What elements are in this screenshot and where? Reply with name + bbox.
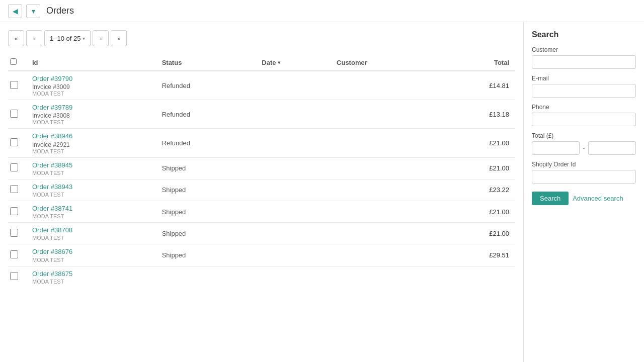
header: ◀ ▾ Orders	[0, 0, 644, 22]
row-id-cell: Order #38676MODA TEST	[26, 244, 156, 266]
row-checkbox[interactable]	[10, 250, 18, 258]
row-checkbox-cell	[8, 223, 26, 244]
order-link[interactable]: Order #38741	[32, 204, 150, 213]
table-row: Order #38741MODA TESTShipped£21.00	[8, 201, 515, 222]
store-text: MODA TEST	[32, 279, 150, 285]
last-page-button[interactable]: »	[111, 30, 127, 46]
row-customer-cell	[331, 179, 436, 201]
total-label: Total (£)	[532, 132, 636, 139]
row-id-cell: Order #38708MODA TEST	[26, 223, 156, 244]
dropdown-button[interactable]: ▾	[26, 4, 40, 18]
shopify-input[interactable]	[532, 170, 636, 184]
first-page-button[interactable]: «	[8, 30, 24, 46]
page-range[interactable]: 1–10 of 25 ▾	[44, 30, 91, 46]
row-status-cell: Shipped	[156, 201, 256, 222]
order-link[interactable]: Order #38943	[32, 183, 150, 192]
row-checkbox-cell	[8, 266, 26, 288]
store-text: MODA TEST	[32, 148, 150, 154]
page-title: Orders	[46, 6, 74, 16]
store-text: MODA TEST	[32, 90, 150, 97]
order-link[interactable]: Order #38675	[32, 269, 150, 279]
invoice-text: Invoice #2921	[32, 141, 150, 148]
row-total-cell: £13.18	[436, 100, 515, 129]
row-total-cell: £14.81	[436, 71, 515, 100]
col-header-total: Total	[436, 54, 515, 71]
total-from-input[interactable]	[532, 141, 580, 155]
row-date-cell	[256, 244, 331, 266]
row-id-cell: Order #38675MODA TEST	[26, 266, 156, 288]
table-row: Order #38676MODA TESTShipped£29.51	[8, 244, 515, 266]
next-page-button[interactable]: ›	[93, 30, 109, 46]
select-all-checkbox[interactable]	[10, 58, 17, 65]
advanced-search-button[interactable]: Advanced search	[573, 195, 623, 202]
pagination-bar: « ‹ 1–10 of 25 ▾ › »	[8, 30, 515, 46]
row-status-cell: Shipped	[156, 179, 256, 201]
search-button[interactable]: Search	[532, 192, 569, 205]
table-row: Order #38946Invoice #2921MODA TESTRefund…	[8, 129, 515, 157]
orders-table: Id Status Date ▾ Customer Total Order #3…	[8, 54, 515, 288]
prev-page-button[interactable]: ‹	[26, 30, 42, 46]
row-checkbox-cell	[8, 71, 26, 100]
row-status-cell: Refunded	[156, 100, 256, 129]
back-icon: ◀	[13, 7, 18, 15]
table-row: Order #39790Invoice #3009MODA TESTRefund…	[8, 71, 515, 100]
order-link[interactable]: Order #39790	[32, 74, 150, 83]
order-link[interactable]: Order #38946	[32, 132, 150, 141]
store-text: MODA TEST	[32, 170, 150, 176]
row-checkbox[interactable]	[10, 272, 18, 280]
row-checkbox[interactable]	[10, 138, 18, 146]
row-customer-cell	[331, 129, 436, 157]
row-date-cell	[256, 223, 331, 244]
customer-input[interactable]	[532, 55, 636, 69]
order-link[interactable]: Order #38945	[32, 161, 150, 170]
phone-input[interactable]	[532, 113, 636, 126]
total-to-input[interactable]	[588, 141, 636, 155]
row-checkbox[interactable]	[10, 163, 18, 171]
row-status-cell: Refunded	[156, 71, 256, 100]
table-row: Order #38708MODA TESTShipped£21.00	[8, 223, 515, 244]
row-checkbox[interactable]	[10, 229, 18, 237]
shopify-label: Shopify Order Id	[532, 161, 636, 168]
email-label: E-mail	[532, 75, 636, 82]
col-header-id: Id	[26, 54, 156, 71]
row-status-cell: Shipped	[156, 157, 256, 179]
row-checkbox-cell	[8, 129, 26, 157]
range-separator: -	[583, 144, 585, 152]
row-customer-cell	[331, 266, 436, 288]
row-checkbox[interactable]	[10, 207, 18, 215]
order-link[interactable]: Order #39789	[32, 103, 150, 112]
row-checkbox-cell	[8, 157, 26, 179]
order-link[interactable]: Order #38708	[32, 226, 150, 235]
row-status-cell	[156, 266, 256, 288]
row-checkbox-cell	[8, 244, 26, 266]
row-customer-cell	[331, 157, 436, 179]
store-text: MODA TEST	[32, 257, 150, 263]
invoice-text: Invoice #3009	[32, 83, 150, 90]
row-total-cell: £29.51	[436, 244, 515, 266]
email-field-group: E-mail	[532, 75, 636, 98]
row-id-cell: Order #38741MODA TEST	[26, 201, 156, 222]
invoice-text: Invoice #3008	[32, 112, 150, 119]
row-checkbox[interactable]	[10, 110, 18, 118]
email-input[interactable]	[532, 84, 636, 98]
row-total-cell: £21.00	[436, 129, 515, 157]
table-row: Order #38945MODA TESTShipped£21.00	[8, 157, 515, 179]
phone-field-group: Phone	[532, 104, 636, 126]
col-header-date[interactable]: Date ▾	[256, 54, 331, 71]
total-range: -	[532, 141, 636, 155]
row-checkbox[interactable]	[10, 185, 18, 193]
search-buttons: Search Advanced search	[532, 192, 636, 205]
table-header-row: Id Status Date ▾ Customer Total	[8, 54, 515, 71]
row-checkbox[interactable]	[10, 81, 18, 89]
row-total-cell: £21.00	[436, 223, 515, 244]
row-total-cell: £21.00	[436, 157, 515, 179]
row-status-cell: Refunded	[156, 129, 256, 157]
content-area: « ‹ 1–10 of 25 ▾ › » Id Status	[0, 22, 523, 362]
row-date-cell	[256, 129, 331, 157]
dropdown-icon: ▾	[32, 7, 35, 15]
row-date-cell	[256, 201, 331, 222]
row-total-cell	[436, 266, 515, 288]
order-link[interactable]: Order #38676	[32, 247, 150, 256]
row-date-cell	[256, 71, 331, 100]
back-button[interactable]: ◀	[8, 4, 22, 18]
